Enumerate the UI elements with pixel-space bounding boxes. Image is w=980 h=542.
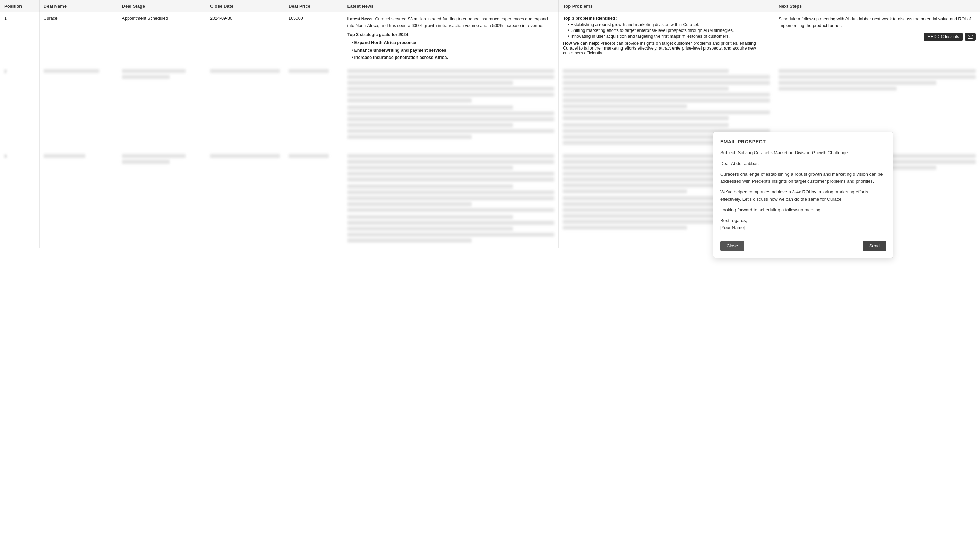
email-subject: Solving Curacel's Marketing Division Gro… bbox=[738, 150, 848, 155]
email-greeting: Dear Abdul-Jabbar, bbox=[720, 160, 886, 167]
email-body-p3: Looking forward to scheduling a follow-u… bbox=[720, 206, 886, 214]
svg-rect-0 bbox=[968, 35, 973, 38]
row2-position: 2 bbox=[0, 65, 39, 151]
popup-send-button[interactable]: Send bbox=[863, 241, 886, 248]
news-goal-3: Increase insurance penetration across Af… bbox=[352, 54, 555, 61]
row2-close-date bbox=[206, 65, 284, 151]
email-body-p2: We've helped companies achieve a 3-4x RO… bbox=[720, 189, 886, 203]
col-header-close-date: Close Date bbox=[206, 0, 284, 13]
row2-latest-news bbox=[343, 65, 558, 151]
row2-deal-stage bbox=[118, 65, 206, 151]
col-header-top-problems: Top Problems bbox=[558, 0, 774, 13]
row3-deal-price bbox=[284, 151, 343, 248]
row3-deal-stage bbox=[118, 151, 206, 248]
how-we-can-help: How we can help: Precept can provide ins… bbox=[563, 41, 770, 55]
row1-top-problems: Top 3 problems identified: Establishing … bbox=[558, 13, 774, 65]
col-header-latest-news: Latest News bbox=[343, 0, 558, 13]
row3-deal-name bbox=[39, 151, 118, 248]
problem-bullet-1: Establishing a robust growth and marketi… bbox=[568, 22, 770, 27]
col-header-position: Position bbox=[0, 0, 39, 13]
row1-deal-price: £65000 bbox=[284, 13, 343, 65]
col-header-deal-name: Deal Name bbox=[39, 0, 118, 13]
next-steps-text: Schedule a follow-up meeting with Abdul-… bbox=[778, 16, 976, 29]
row1-latest-news: Latest News: Curacel secured $3 million … bbox=[343, 13, 558, 65]
problem-bullet-3: Innovating in user acquisition and targe… bbox=[568, 34, 770, 39]
subject-label: Subject bbox=[720, 150, 735, 155]
row3-close-date bbox=[206, 151, 284, 248]
row3-latest-news bbox=[343, 151, 558, 248]
col-header-deal-stage: Deal Stage bbox=[118, 0, 206, 13]
email-popup-title: EMAIL PROSPECT bbox=[720, 139, 886, 144]
news-goals-list: Expand North Africa presence Enhance und… bbox=[352, 40, 555, 61]
row1-deal-stage: Appointment Scheduled bbox=[118, 13, 206, 65]
latest-news-intro-text: : Curacel secured $3 million in seed fun… bbox=[347, 17, 548, 28]
email-popup-footer: Close Send bbox=[720, 237, 886, 248]
news-goal-1: Expand North Africa presence bbox=[352, 40, 555, 46]
envelope-icon bbox=[967, 35, 973, 39]
email-popup-body: Subject: Solving Curacel's Marketing Div… bbox=[720, 149, 886, 231]
latest-news-label: Latest News bbox=[347, 17, 373, 22]
news-goals-title: Top 3 strategic goals for 2024: bbox=[347, 32, 555, 38]
problems-title: Top 3 problems identified: bbox=[563, 16, 770, 21]
popup-close-button[interactable]: Close bbox=[720, 241, 744, 248]
col-header-next-steps: Next Steps bbox=[774, 0, 980, 13]
meddic-row: MEDDIC Insights bbox=[778, 33, 976, 41]
row1-deal-name: Curacel bbox=[39, 13, 118, 65]
email-icon-button[interactable] bbox=[965, 33, 976, 41]
email-subject-line: Subject: Solving Curacel's Marketing Div… bbox=[720, 149, 886, 157]
row1-position: 1 bbox=[0, 13, 39, 65]
problem-bullet-2: Shifting marketing efforts to target ent… bbox=[568, 28, 770, 33]
email-body-p1: Curacel's challenge of establishing a ro… bbox=[720, 171, 886, 185]
table-row-1: 1 Curacel Appointment Scheduled 2024-09-… bbox=[0, 13, 980, 65]
row1-close-date: 2024-09-30 bbox=[206, 13, 284, 65]
row3-position: 3 bbox=[0, 151, 39, 248]
row2-deal-price bbox=[284, 65, 343, 151]
email-signoff: Best regards, [Your Name] bbox=[720, 217, 886, 232]
row2-deal-name bbox=[39, 65, 118, 151]
row1-next-steps: Schedule a follow-up meeting with Abdul-… bbox=[774, 13, 980, 65]
email-prospect-popup: EMAIL PROSPECT Subject: Solving Curacel'… bbox=[713, 132, 893, 248]
col-header-deal-price: Deal Price bbox=[284, 0, 343, 13]
news-goal-2: Enhance underwriting and payment service… bbox=[352, 47, 555, 54]
meddic-insights-button[interactable]: MEDDIC Insights bbox=[924, 33, 963, 41]
